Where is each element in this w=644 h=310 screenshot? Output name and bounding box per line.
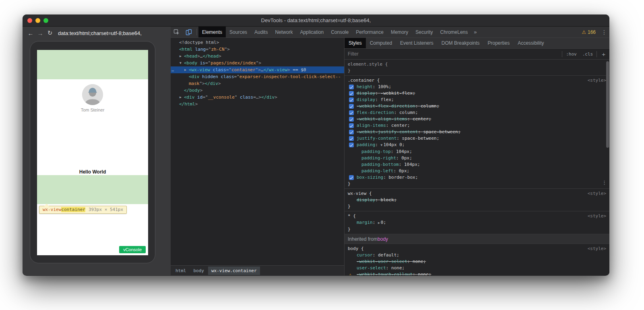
css-property-row[interactable]: -webkit-user-select: none; [348, 258, 606, 265]
css-property-value[interactable]: space-between [402, 136, 437, 141]
property-checkbox[interactable] [349, 85, 354, 89]
css-property-row[interactable]: flex-direction: column; [348, 110, 606, 116]
css-property-name[interactable]: display [357, 97, 375, 102]
css-property-name[interactable]: padding-left [361, 168, 393, 174]
console-warning-badge[interactable]: ⚠ 166 [578, 27, 599, 37]
shorthand-toggle-icon[interactable]: ▼ [381, 143, 383, 147]
rule-selector[interactable]: wx-view [348, 191, 366, 196]
css-property-name[interactable]: display [357, 91, 375, 96]
css-property-row[interactable]: -webkit-justify-content: space-between; [348, 129, 606, 135]
property-checkbox[interactable] [349, 136, 354, 141]
css-property-row[interactable]: justify-content: space-between; [348, 135, 606, 142]
tab-chromelens[interactable]: ChromeLens [437, 27, 472, 37]
tab-network[interactable]: Network [271, 27, 296, 37]
css-property-value[interactable]: block [381, 197, 394, 203]
device-screen[interactable]: Tom Steiner Hello World wx-viewcontainer… [37, 50, 148, 255]
css-property-value[interactable]: 0px [401, 155, 409, 161]
tab-dom-breakpoints[interactable]: DOM Breakpoints [438, 38, 484, 48]
dom-tree-line[interactable]: </body> [171, 87, 344, 94]
css-property-name[interactable]: user-select [357, 265, 386, 271]
css-property-value[interactable]: column [421, 103, 437, 109]
tab-computed[interactable]: Computed [366, 38, 396, 48]
css-property-name[interactable]: -webkit-flex-direction [357, 103, 415, 109]
device-toolbar-icon[interactable] [183, 27, 195, 37]
toggle-cls-button[interactable]: .cls [580, 52, 596, 57]
css-property-name[interactable]: padding-right [361, 155, 396, 161]
css-property-row[interactable]: height: 100%; [348, 84, 606, 90]
property-checkbox[interactable] [349, 117, 354, 122]
dom-tree-line[interactable]: ▶<head>…</head> [171, 53, 344, 60]
css-property-row[interactable]: -webkit-flex-direction: column; [348, 103, 606, 110]
css-property-row[interactable]: padding-left: 0px; [348, 168, 606, 174]
css-property-row[interactable]: ⚠-webkit-touch-callout: none; [348, 271, 606, 275]
breadcrumb-body[interactable]: body [190, 267, 208, 275]
tab-security[interactable]: Security [412, 27, 436, 37]
inherited-body-link[interactable]: body [378, 236, 388, 242]
css-property-value[interactable]: 100% [378, 84, 389, 89]
dom-tree-line[interactable]: ▶<div id="__vconsole" class=…></div> [171, 94, 344, 101]
css-property-row[interactable]: display: -webkit-flex; [348, 90, 606, 97]
css-property-row[interactable]: padding-top: 104px; [348, 149, 606, 155]
tab-accessibility[interactable]: Accessibility [514, 38, 548, 48]
tab-memory[interactable]: Memory [387, 27, 412, 37]
more-tabs-chevron-icon[interactable]: » [471, 27, 479, 37]
inspect-element-icon[interactable] [171, 27, 183, 37]
tree-disclosure-icon[interactable]: ▶ [180, 94, 184, 101]
css-property-name[interactable]: margin [357, 220, 373, 225]
css-property-row[interactable]: user-select: none; [348, 265, 606, 271]
style-source-link[interactable]: <style> [588, 77, 606, 84]
rule-overflow-kebab-icon[interactable]: ⋮ [602, 180, 607, 186]
css-property-value[interactable]: flex [381, 97, 392, 102]
tree-disclosure-icon[interactable]: ▶ [184, 66, 189, 73]
vconsole-button[interactable]: vConsole [119, 246, 146, 253]
tab-elements[interactable]: Elements [198, 27, 226, 37]
tab-properties[interactable]: Properties [483, 38, 514, 48]
property-checkbox[interactable] [349, 97, 354, 102]
shorthand-toggle-icon[interactable]: ▶ [378, 221, 380, 225]
css-property-row[interactable]: -webkit-align-items: center; [348, 116, 606, 122]
zoom-window-button[interactable] [43, 18, 48, 23]
css-property-row[interactable]: padding-bottom: 104px; [348, 161, 606, 168]
forward-icon[interactable]: → [35, 30, 45, 37]
dom-tree-line[interactable]: <div hidden class="exparser-inspector-to… [171, 73, 344, 87]
css-property-value[interactable]: none [418, 272, 429, 275]
css-property-name[interactable]: height [357, 84, 373, 89]
css-property-value[interactable]: default [378, 252, 396, 258]
css-property-value[interactable]: center [391, 123, 407, 128]
back-icon[interactable]: ← [26, 30, 35, 37]
styles-filter-input[interactable]: Filter [345, 51, 561, 57]
css-property-name[interactable]: -webkit-user-select [357, 259, 407, 264]
css-property-row[interactable]: align-items: center; [348, 122, 606, 129]
css-property-name[interactable]: padding [357, 142, 375, 147]
css-property-row[interactable]: margin: ▶0; [348, 219, 606, 226]
css-property-value[interactable]: none [391, 265, 402, 271]
dom-tree-line[interactable]: <!doctype html> [171, 39, 344, 46]
tab-styles[interactable]: Styles [345, 38, 366, 48]
property-checkbox[interactable] [349, 123, 354, 128]
css-property-row[interactable]: display: flex; [348, 97, 606, 103]
breadcrumb-html[interactable]: html [172, 267, 190, 275]
css-property-row[interactable]: padding-right: 0px; [348, 155, 606, 161]
property-checkbox[interactable] [349, 91, 354, 96]
dom-tree-line[interactable]: <html lang="zh-CN"> [171, 46, 344, 53]
new-style-rule-button[interactable]: + [598, 51, 609, 58]
css-property-row[interactable]: box-sizing: border-box; [348, 174, 606, 181]
css-property-value[interactable]: column [399, 110, 415, 115]
css-property-name[interactable]: -webkit-touch-callout [357, 272, 413, 275]
toggle-hov-button[interactable]: :hov [563, 52, 580, 57]
css-property-value[interactable]: center [413, 116, 429, 122]
tab-sources[interactable]: Sources [226, 27, 251, 37]
dom-tree-line[interactable]: ▼<body is="pages/index/index"> [171, 60, 344, 66]
tree-disclosure-icon[interactable]: ▶ [180, 53, 184, 60]
tab-audits[interactable]: Audits [251, 27, 271, 37]
tab-event-listeners[interactable]: Event Listeners [396, 38, 438, 48]
tab-performance[interactable]: Performance [352, 27, 387, 37]
css-property-name[interactable]: padding-top [361, 149, 391, 154]
tab-application[interactable]: Application [296, 27, 327, 37]
style-source-link[interactable]: <style> [588, 190, 606, 197]
property-checkbox[interactable] [349, 104, 354, 109]
rule-selector[interactable]: .container [348, 78, 374, 83]
rule-selector[interactable]: * [348, 213, 351, 219]
property-checkbox[interactable] [349, 110, 354, 115]
close-window-button[interactable] [27, 18, 32, 23]
